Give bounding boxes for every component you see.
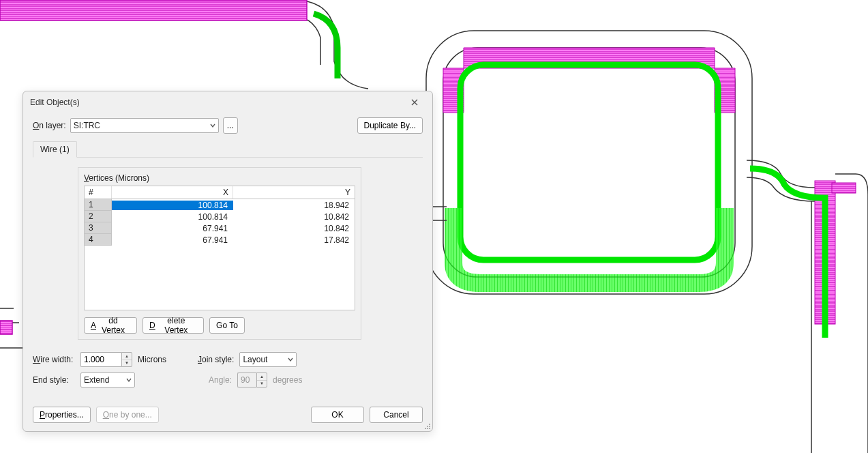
table-row[interactable]: 1100.81418.942: [85, 199, 355, 211]
svg-point-15: [429, 428, 430, 429]
col-x[interactable]: X: [112, 186, 233, 199]
duplicate-by-button[interactable]: Duplicate By...: [357, 117, 423, 134]
wire-width-spinner[interactable]: ▲▼: [80, 352, 132, 367]
table-row[interactable]: 367.94110.842: [85, 222, 355, 234]
close-icon: [411, 99, 418, 106]
vertices-panel: Vertices (Microns) # X Y 1100.81418.9422…: [78, 167, 361, 340]
chevron-down-icon: [126, 377, 132, 383]
join-style-combo[interactable]: Layout: [239, 352, 297, 367]
svg-point-18: [425, 428, 426, 429]
row-index: 2: [85, 211, 112, 222]
dialog-titlebar: Edit Object(s): [23, 91, 432, 113]
row-y[interactable]: 10.842: [233, 212, 355, 222]
layer-combo[interactable]: SI:TRC: [70, 118, 219, 133]
end-style-combo[interactable]: Extend: [80, 372, 135, 388]
angle-label: Angle:: [209, 375, 232, 385]
join-style-label: Join style:: [198, 355, 234, 364]
row-index: 4: [85, 234, 112, 246]
svg-point-16: [427, 428, 428, 429]
row-index: 1: [85, 199, 112, 211]
goto-button[interactable]: Go To: [209, 317, 245, 334]
properties-button[interactable]: Properties...: [33, 407, 91, 423]
svg-rect-10: [460, 65, 718, 260]
microns-label: Microns: [138, 355, 166, 364]
layer-combo-value: SI:TRC: [74, 121, 100, 130]
wire-tabbar: Wire (1): [33, 141, 423, 158]
edit-object-dialog: Edit Object(s) On layer: SI:TRC ... Dupl…: [23, 91, 433, 432]
spin-up-icon[interactable]: ▲: [122, 353, 132, 360]
svg-point-17: [429, 426, 430, 427]
angle-input: [237, 372, 256, 388]
tab-wire[interactable]: Wire (1): [33, 141, 77, 158]
cancel-button[interactable]: Cancel: [370, 407, 423, 423]
chevron-down-icon: [210, 123, 215, 128]
svg-rect-5: [0, 0, 307, 20]
row-index: 3: [85, 222, 112, 234]
degrees-label: degrees: [273, 375, 302, 385]
spin-down-icon[interactable]: ▼: [122, 360, 132, 367]
angle-spinner: ▲▼: [237, 372, 267, 388]
row-x[interactable]: 100.814: [112, 201, 233, 210]
col-index[interactable]: #: [85, 186, 112, 199]
on-layer-label: On layer:: [33, 121, 66, 130]
svg-rect-9: [460, 65, 718, 260]
wire-width-input[interactable]: [80, 352, 121, 367]
col-y[interactable]: Y: [233, 186, 355, 199]
spin-down-icon: ▼: [257, 381, 267, 388]
row-y[interactable]: 17.842: [233, 235, 355, 245]
close-button[interactable]: [404, 94, 425, 111]
row-x[interactable]: 67.941: [112, 224, 233, 233]
wire-width-label: Wire width:: [33, 355, 75, 364]
vertices-grid[interactable]: # X Y 1100.81418.9422100.81410.842367.94…: [84, 186, 355, 310]
dialog-title: Edit Object(s): [30, 98, 404, 107]
resize-grip-icon[interactable]: [423, 422, 431, 430]
svg-rect-6: [0, 321, 12, 334]
vertices-caption: Vertices (Microns): [84, 173, 355, 183]
table-row[interactable]: 467.94117.842: [85, 234, 355, 246]
add-vertex-button[interactable]: Add Vertex: [84, 317, 137, 334]
one-by-one-button: One by one...: [96, 407, 159, 423]
row-x[interactable]: 100.814: [112, 212, 233, 222]
end-style-label: End style:: [33, 375, 75, 385]
svg-point-20: [429, 424, 430, 425]
svg-rect-7: [426, 31, 752, 294]
svg-rect-8: [443, 48, 735, 277]
chevron-down-icon: [288, 357, 293, 362]
layer-browse-button[interactable]: ...: [223, 117, 238, 134]
svg-point-19: [427, 426, 428, 427]
delete-vertex-button[interactable]: Delete Vertex: [143, 317, 204, 334]
row-y[interactable]: 10.842: [233, 224, 355, 233]
ok-button[interactable]: OK: [311, 407, 364, 423]
row-x[interactable]: 67.941: [112, 235, 233, 245]
svg-rect-12: [832, 183, 856, 193]
spin-up-icon: ▲: [257, 373, 267, 381]
row-y[interactable]: 18.942: [233, 201, 355, 210]
table-row[interactable]: 2100.81410.842: [85, 211, 355, 222]
